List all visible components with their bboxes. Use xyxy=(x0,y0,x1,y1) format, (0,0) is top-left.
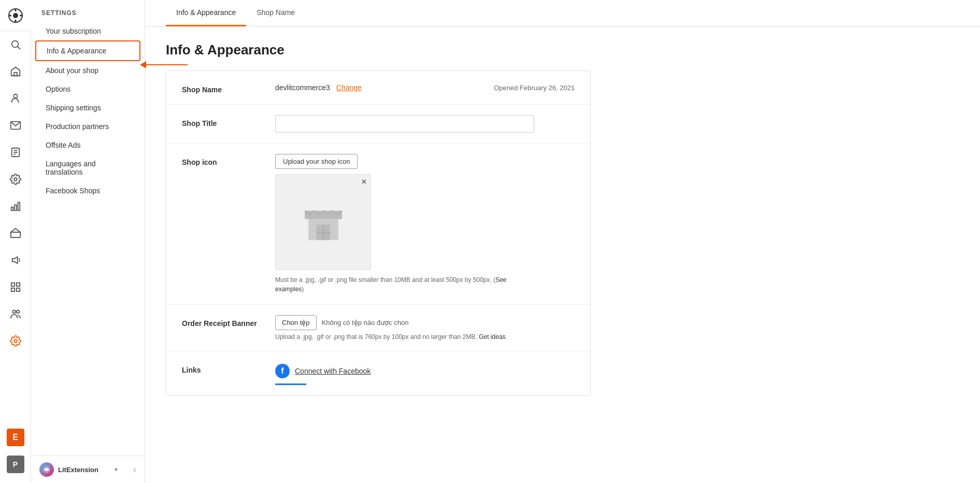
sidebar-footer: LitExtension ▾ ‹ xyxy=(31,456,145,483)
icon-bar: E P xyxy=(0,0,31,483)
shop-icon-preview: × xyxy=(275,174,371,270)
sidebar-item-facebook[interactable]: Facebook Shops xyxy=(35,181,140,200)
chart-nav-icon[interactable] xyxy=(0,193,31,220)
shop-name-content: devlitcommerce3 Change Opened February 2… xyxy=(275,81,575,92)
chevron-icon[interactable]: ▾ xyxy=(115,466,118,473)
shop-title-value xyxy=(275,115,575,133)
sidebar-item-offsite[interactable]: Offsite Ads xyxy=(35,136,140,154)
svg-rect-22 xyxy=(11,288,14,291)
tabs-bar: Info & Appearance Shop Name xyxy=(145,0,980,26)
main-content: Info & Appearance Shop Name Info & Appea… xyxy=(145,0,980,483)
choose-file-button[interactable]: Chon tệp xyxy=(275,315,317,330)
sidebar-item-info-appearance[interactable]: Info & Appearance xyxy=(35,40,140,61)
app-logo[interactable] xyxy=(0,0,31,31)
tab-shop-name[interactable]: Shop Name xyxy=(246,0,305,26)
svg-rect-3 xyxy=(15,20,16,22)
search-nav-icon[interactable] xyxy=(0,31,31,58)
links-value: f Connect with Facebook xyxy=(275,362,575,385)
svg-rect-20 xyxy=(11,283,14,286)
file-hint: Upload a .jpg, .gif or .png that is 760p… xyxy=(275,333,575,340)
shop-name-row: Shop Name devlitcommerce3 Change Opened … xyxy=(166,71,590,105)
file-input-area: Chon tệp Không có tệp nào được chon xyxy=(275,315,575,330)
order-receipt-value: Chon tệp Không có tệp nào được chon Uplo… xyxy=(275,315,575,340)
grid-nav-icon[interactable] xyxy=(0,274,31,301)
svg-rect-2 xyxy=(15,9,16,11)
svg-line-7 xyxy=(18,47,20,49)
svg-point-24 xyxy=(12,310,16,314)
links-row: Links f Connect with Facebook xyxy=(166,351,590,395)
svg-rect-17 xyxy=(15,205,17,210)
settings-nav-icon[interactable] xyxy=(0,328,31,354)
avatar-e: E xyxy=(7,429,24,446)
shop-name-label: Shop Name xyxy=(182,81,265,94)
no-file-text: Không có tệp nào được chon xyxy=(322,319,409,326)
svg-point-25 xyxy=(16,310,19,314)
shop-title-input[interactable] xyxy=(275,115,534,133)
shop-icon-hint: Must be a .jpg, .gif or .png file smalle… xyxy=(275,275,524,294)
get-ideas-link[interactable]: Get ideas xyxy=(479,333,505,340)
avatar-e-button[interactable]: E xyxy=(0,424,31,451)
facebook-icon: f xyxy=(275,364,290,378)
links-content: f Connect with Facebook xyxy=(275,362,575,378)
page-title: Info & Appearance xyxy=(166,42,959,58)
blue-line-indicator xyxy=(275,383,306,385)
sidebar: SETTINGS Your subscription Info & Appear… xyxy=(31,0,145,483)
svg-point-9 xyxy=(13,94,17,98)
tab-info-appearance[interactable]: Info & Appearance xyxy=(166,0,246,26)
shop-icon-row: Shop icon Upload your shop icon × xyxy=(166,144,590,305)
svg-rect-16 xyxy=(11,207,13,210)
upload-shop-icon-button[interactable]: Upload your shop icon xyxy=(275,154,358,169)
svg-rect-28 xyxy=(305,210,342,219)
collapse-sidebar-icon[interactable]: ‹ xyxy=(133,464,136,475)
opened-date: Opened February 26, 2021 xyxy=(494,84,575,92)
order-receipt-label: Order Receipt Banner xyxy=(182,315,265,328)
svg-rect-18 xyxy=(18,203,20,211)
svg-point-6 xyxy=(11,41,18,48)
change-shop-name-link[interactable]: Change xyxy=(336,83,362,92)
sidebar-heading: SETTINGS xyxy=(31,0,145,22)
gear-nav-icon[interactable] xyxy=(0,166,31,193)
svg-rect-8 xyxy=(14,73,17,76)
svg-rect-23 xyxy=(16,288,19,291)
shop-icon-label: Shop icon xyxy=(182,154,265,166)
avatar-p-button[interactable]: P xyxy=(0,451,31,478)
sidebar-item-options[interactable]: Options xyxy=(35,80,140,98)
sidebar-item-about[interactable]: About your shop xyxy=(35,61,140,80)
svg-point-15 xyxy=(14,178,17,181)
shop-placeholder-icon xyxy=(300,199,347,246)
shop-icon-value: Upload your shop icon × xyxy=(275,154,575,294)
connect-facebook-link[interactable]: Connect with Facebook xyxy=(295,367,371,375)
svg-point-1 xyxy=(13,13,18,18)
shop-title-label: Shop Title xyxy=(182,115,265,127)
brand-logo-icon xyxy=(39,462,54,477)
people-nav-icon[interactable] xyxy=(0,85,31,112)
svg-rect-19 xyxy=(10,232,20,237)
sidebar-item-shipping[interactable]: Shipping settings xyxy=(35,98,140,117)
links-label: Links xyxy=(182,362,265,374)
bank-nav-icon[interactable] xyxy=(0,220,31,247)
shop-title-row: Shop Title xyxy=(166,105,590,144)
svg-point-26 xyxy=(14,339,17,343)
svg-rect-4 xyxy=(9,15,11,16)
users-nav-icon[interactable] xyxy=(0,301,31,328)
mail-nav-icon[interactable] xyxy=(0,112,31,139)
svg-rect-5 xyxy=(20,15,22,16)
clipboard-nav-icon[interactable] xyxy=(0,139,31,166)
sidebar-item-production[interactable]: Production partners xyxy=(35,117,140,136)
icon-bar-top xyxy=(0,31,31,424)
speaker-nav-icon[interactable] xyxy=(0,247,31,274)
avatar-p: P xyxy=(7,456,24,473)
sidebar-item-subscription[interactable]: Your subscription xyxy=(35,22,140,40)
icon-bar-bottom: E P xyxy=(0,424,31,483)
home-nav-icon[interactable] xyxy=(0,58,31,85)
shop-name-text: devlitcommerce3 xyxy=(275,83,330,92)
close-preview-icon[interactable]: × xyxy=(362,177,366,187)
order-receipt-banner-row: Order Receipt Banner Chon tệp Không có t… xyxy=(166,305,590,351)
page-content: Info & Appearance Shop Name devlitcommer… xyxy=(145,26,980,411)
shop-name-value-area: devlitcommerce3 Change Opened February 2… xyxy=(275,81,575,92)
sidebar-item-languages[interactable]: Languages and translations xyxy=(35,154,140,181)
svg-rect-21 xyxy=(16,283,19,286)
brand-area: LitExtension xyxy=(39,462,98,477)
brand-name: LitExtension xyxy=(58,466,98,474)
settings-card: Shop Name devlitcommerce3 Change Opened … xyxy=(166,70,591,396)
